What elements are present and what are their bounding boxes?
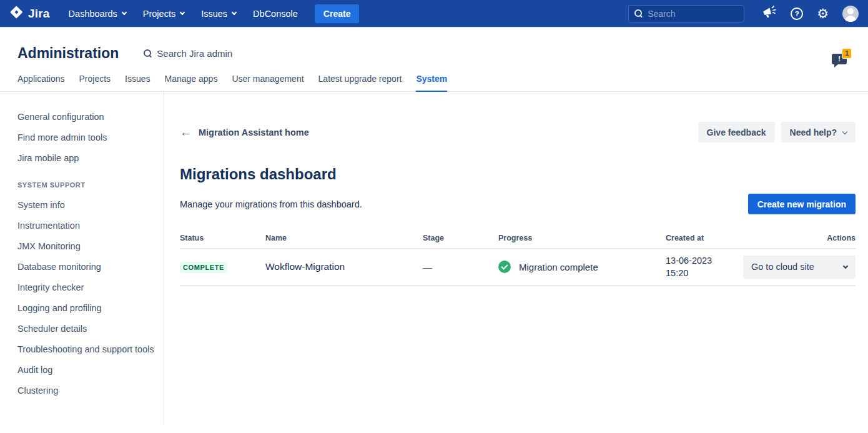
global-search[interactable] — [628, 5, 744, 22]
column-header-status: Status — [180, 234, 265, 242]
created-time: 15:20 — [666, 267, 743, 279]
dashboard-title: Migrations dashboard — [180, 166, 856, 183]
chevron-down-icon — [842, 129, 847, 134]
created-at-cell: 13-06-2023 15:20 — [666, 254, 743, 280]
jira-logo[interactable]: Jira — [9, 5, 50, 22]
chevron-down-icon[interactable] — [843, 264, 848, 269]
need-help-label: Need help? — [790, 127, 837, 137]
column-header-progress: Progress — [498, 234, 666, 242]
gear-icon[interactable]: ⚙ — [817, 7, 829, 20]
progress-label: Migration complete — [519, 262, 598, 272]
sidebar-item-audit-log[interactable]: Audit log — [17, 364, 155, 376]
give-feedback-label: Give feedback — [707, 127, 766, 137]
search-icon — [634, 9, 643, 17]
go-to-cloud-site-button[interactable]: Go to cloud site — [743, 256, 856, 279]
sidebar-item-instrumentation[interactable]: Instrumentation — [17, 220, 155, 232]
progress-cell: Migration complete — [498, 261, 666, 273]
top-buttons: Give feedback Need help? — [698, 122, 856, 142]
page-title: Administration — [17, 45, 119, 62]
column-header-created-at: Created at — [666, 234, 743, 242]
search-input[interactable] — [648, 9, 738, 19]
action-label: Go to cloud site — [751, 262, 814, 272]
created-date: 13-06-2023 — [666, 254, 743, 267]
sidebar-item-integrity-checker[interactable]: Integrity checker — [17, 282, 155, 294]
sidebar-item-clustering[interactable]: Clustering — [17, 385, 155, 397]
nav-item-label: Projects — [143, 9, 175, 19]
back-link-label: Migration Assistant home — [199, 127, 309, 137]
notification-badge: 1 — [842, 48, 852, 59]
nav-item-label: DbConsole — [253, 9, 298, 19]
nav-links: Dashboards Projects Issues DbConsole — [69, 9, 298, 19]
system-sidebar: General configuration Find more admin to… — [0, 92, 164, 424]
sidebar-item-scheduler-details[interactable]: Scheduler details — [17, 323, 155, 335]
nav-item-label: Dashboards — [69, 9, 117, 19]
sidebar-item-jmx-monitoring[interactable]: JMX Monitoring — [17, 241, 155, 252]
give-feedback-button[interactable]: Give feedback — [698, 122, 775, 142]
need-help-button[interactable]: Need help? — [781, 122, 856, 142]
actions-cell: Go to cloud site — [743, 256, 856, 279]
column-header-name: Name — [265, 234, 423, 242]
back-arrow-icon: ← — [180, 126, 192, 138]
migration-name: Wokflow-Migration — [265, 261, 423, 272]
dashboard-subtitle: Manage your migrations from this dashboa… — [180, 199, 362, 209]
column-header-stage: Stage — [423, 234, 498, 242]
main-top-row: ← Migration Assistant home Give feedback… — [180, 122, 856, 142]
tab-system[interactable]: System — [416, 74, 447, 92]
sidebar-item-logging-and-profiling[interactable]: Logging and profiling — [17, 302, 155, 314]
chevron-down-icon — [232, 9, 237, 14]
table-header-row: Status Name Stage Progress Created at Ac… — [180, 234, 856, 249]
help-icon[interactable]: ? — [791, 7, 803, 20]
nav-item-dbconsole[interactable]: DbConsole — [253, 9, 298, 19]
admin-search-label: Search Jira admin — [157, 48, 232, 59]
admin-header: Administration Search Jira admin ! 1 — [0, 27, 868, 62]
feedback-bubble-icon[interactable]: ! 1 — [832, 54, 847, 64]
search-icon — [144, 49, 152, 57]
nav-item-projects[interactable]: Projects — [143, 9, 184, 19]
sidebar-item-troubleshooting[interactable]: Troubleshooting and support tools — [17, 344, 155, 356]
navbar-right: ? ⚙ — [628, 5, 859, 22]
sidebar-item-database-monitoring[interactable]: Database monitoring — [17, 261, 155, 273]
nav-item-dashboards[interactable]: Dashboards — [69, 9, 126, 19]
sidebar-section-system-support: SYSTEM SUPPORT — [17, 181, 155, 189]
tab-latest-upgrade-report[interactable]: Latest upgrade report — [318, 74, 402, 92]
chevron-down-icon — [122, 9, 127, 14]
table-row: COMPLETE Wokflow-Migration — Migration c… — [180, 249, 856, 286]
sidebar-item-system-info[interactable]: System info — [17, 199, 155, 211]
sidebar-item-general-configuration[interactable]: General configuration — [17, 111, 155, 123]
navbar-icons: ? ⚙ — [762, 6, 859, 22]
sidebar-item-jira-mobile-app[interactable]: Jira mobile app — [17, 152, 155, 164]
create-button[interactable]: Create — [315, 4, 360, 23]
tab-issues[interactable]: Issues — [125, 74, 150, 92]
create-new-migration-button[interactable]: Create new migration — [748, 194, 856, 214]
admin-search[interactable]: Search Jira admin — [144, 48, 232, 59]
user-avatar[interactable] — [842, 6, 859, 22]
body-layout: General configuration Find more admin to… — [0, 92, 868, 424]
subtitle-row: Manage your migrations from this dashboa… — [180, 194, 856, 214]
tab-user-management[interactable]: User management — [232, 74, 303, 92]
status-cell: COMPLETE — [180, 261, 265, 273]
megaphone-icon[interactable] — [762, 6, 777, 21]
migrations-table: Status Name Stage Progress Created at Ac… — [180, 234, 856, 286]
top-navbar: Jira Dashboards Projects Issues DbConsol… — [0, 0, 868, 27]
jira-logo-icon — [9, 5, 24, 22]
nav-item-label: Issues — [201, 9, 227, 19]
tab-manage-apps[interactable]: Manage apps — [165, 74, 218, 92]
chevron-down-icon — [180, 9, 185, 14]
brand-name: Jira — [28, 7, 50, 21]
status-badge: COMPLETE — [180, 262, 227, 273]
exclamation-glyph: ! — [838, 56, 841, 62]
sidebar-item-find-more-admin-tools[interactable]: Find more admin tools — [17, 132, 155, 144]
nav-item-issues[interactable]: Issues — [201, 9, 236, 19]
migration-assistant-home-link[interactable]: ← Migration Assistant home — [180, 126, 309, 138]
admin-tabs: Applications Projects Issues Manage apps… — [0, 74, 868, 92]
tab-applications[interactable]: Applications — [17, 74, 65, 92]
stage-cell: — — [423, 262, 498, 272]
tab-projects[interactable]: Projects — [79, 74, 111, 92]
main-content: ← Migration Assistant home Give feedback… — [164, 92, 868, 424]
column-header-actions: Actions — [743, 234, 856, 242]
check-circle-icon — [498, 261, 511, 273]
